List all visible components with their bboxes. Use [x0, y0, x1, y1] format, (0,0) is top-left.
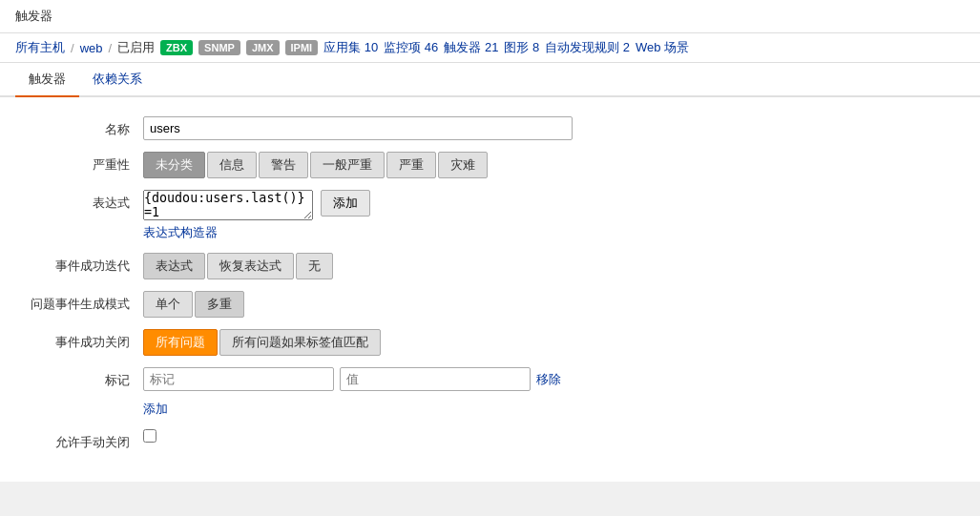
sev-disaster[interactable]: 灾难 — [438, 152, 488, 178]
zbx-badge: ZBX — [160, 40, 193, 55]
remove-tag-btn[interactable]: 移除 — [536, 371, 561, 388]
sev-unclassified[interactable]: 未分类 — [143, 152, 205, 178]
tab-trigger[interactable]: 触发器 — [15, 63, 79, 97]
expression-label: 表达式 — [19, 190, 143, 212]
tag-label: 标记 — [19, 367, 143, 389]
tag-row: 移除 — [143, 367, 961, 391]
name-label: 名称 — [19, 116, 143, 138]
graph-link[interactable]: 图形 8 — [504, 39, 539, 56]
close-options: 所有问题 所有问题如果标签值匹配 — [143, 329, 961, 356]
severity-buttons: 未分类 信息 警告 一般严重 严重 灾难 — [143, 152, 961, 178]
trigger-link[interactable]: 触发器 21 — [444, 39, 498, 56]
page-title: 触发器 — [15, 9, 52, 23]
recovery-none-btn[interactable]: 无 — [296, 253, 333, 279]
recovery-options: 表达式 恢复表达式 无 — [143, 253, 961, 279]
discovery-link[interactable]: 自动发现规则 2 — [545, 39, 630, 56]
app-set-link[interactable]: 应用集 10 — [323, 39, 378, 56]
expression-textarea[interactable]: {doudou:users.last()}=1 — [143, 190, 313, 220]
monitor-item-link[interactable]: 监控项 46 — [384, 39, 438, 56]
manual-close-row — [143, 429, 961, 443]
all-hosts-link[interactable]: 所有主机 — [15, 39, 65, 56]
sev-high[interactable]: 严重 — [386, 152, 436, 178]
tag-value-input[interactable] — [340, 367, 531, 391]
separator2: / — [108, 41, 112, 55]
close-all-btn[interactable]: 所有问题 — [143, 329, 218, 356]
recovery-label: 事件成功迭代 — [19, 253, 143, 275]
snmp-badge: SNMP — [198, 40, 240, 55]
name-input[interactable] — [143, 116, 573, 140]
manual-close-checkbox[interactable] — [143, 429, 156, 443]
add-tag-link[interactable]: 添加 — [143, 401, 168, 418]
separator1: / — [71, 41, 74, 55]
sev-info[interactable]: 信息 — [207, 152, 257, 178]
manual-close-label: 允许手动关闭 — [19, 429, 143, 451]
add-expression-button[interactable]: 添加 — [321, 190, 370, 217]
mode-multiple-btn[interactable]: 多重 — [195, 291, 244, 318]
jmx-badge: JMX — [246, 40, 280, 55]
web-scenario-link[interactable]: Web 场景 — [636, 39, 689, 56]
sev-warning[interactable]: 警告 — [259, 152, 308, 178]
ipmi-badge: IPMI — [285, 40, 319, 55]
host-link[interactable]: web — [80, 41, 103, 55]
status-label: 已启用 — [117, 39, 155, 56]
severity-label: 严重性 — [19, 152, 143, 174]
tag-input[interactable] — [143, 367, 334, 391]
mode-single-btn[interactable]: 单个 — [143, 291, 193, 318]
recovery-restore-btn[interactable]: 恢复表达式 — [207, 253, 294, 279]
event-mode-options: 单个 多重 — [143, 291, 961, 318]
sev-average[interactable]: 一般严重 — [310, 152, 385, 178]
close-tag-match-btn[interactable]: 所有问题如果标签值匹配 — [219, 329, 381, 356]
recovery-expr-btn[interactable]: 表达式 — [143, 253, 205, 279]
expr-builder-link[interactable]: 表达式构造器 — [143, 224, 218, 241]
close-label: 事件成功关闭 — [19, 329, 143, 351]
event-mode-label: 问题事件生成模式 — [19, 291, 143, 313]
tab-dependency[interactable]: 依赖关系 — [79, 63, 156, 97]
